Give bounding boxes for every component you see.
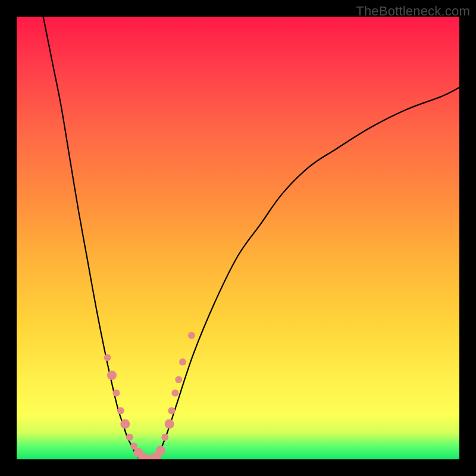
data-marker xyxy=(175,376,182,383)
marker-group xyxy=(104,332,195,459)
data-marker xyxy=(107,371,117,380)
data-marker xyxy=(112,389,120,396)
data-marker xyxy=(168,407,175,414)
data-marker xyxy=(156,446,165,455)
data-marker xyxy=(104,354,111,361)
curve-path xyxy=(43,17,459,459)
curve-svg xyxy=(17,17,459,459)
plot-area xyxy=(17,17,459,459)
data-marker xyxy=(165,419,174,428)
chart-frame: TheBottleneck.com xyxy=(0,0,476,476)
data-marker xyxy=(120,419,130,428)
watermark-text: TheBottleneck.com xyxy=(356,4,470,19)
data-marker xyxy=(171,389,178,396)
data-marker xyxy=(188,332,195,339)
data-marker xyxy=(161,434,168,441)
data-marker xyxy=(126,434,133,441)
data-marker xyxy=(117,407,124,414)
data-marker xyxy=(179,358,186,365)
